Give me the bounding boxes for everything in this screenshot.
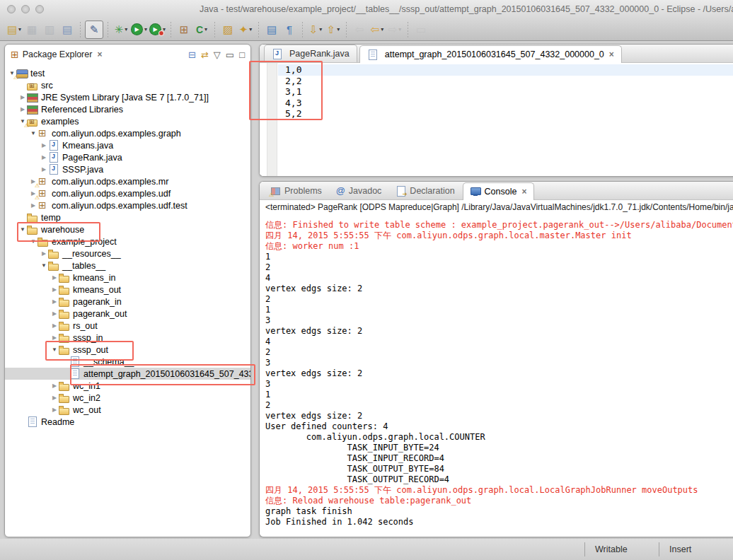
show-whitespace-button[interactable]: ¶ <box>281 21 298 38</box>
collapse-arrow-icon[interactable]: ▼ <box>50 346 59 353</box>
console-view-tab-javadoc[interactable]: @Javadoc <box>330 182 388 199</box>
forward-button[interactable]: ⇨▾ <box>386 21 403 38</box>
run-external-tools-button[interactable]: ▶▾ <box>149 21 166 38</box>
close-view-icon[interactable]: × <box>97 49 102 59</box>
tree-item-pagerank-java[interactable]: ▶PageRank.java <box>5 151 250 163</box>
tree-item-pagerank-out[interactable]: ▶pagerank_out <box>5 308 250 320</box>
tree-item-sssp-out[interactable]: ▼sssp_out <box>5 344 250 356</box>
expand-arrow-icon[interactable]: ▶ <box>18 94 27 100</box>
tree-item-wc-out[interactable]: ▶wc_out <box>5 404 250 416</box>
expand-arrow-icon[interactable]: ▶ <box>18 106 27 112</box>
tree-item-test[interactable]: ▼⚠test <box>5 67 250 79</box>
dropdown-arrow-icon[interactable]: ▾ <box>144 26 147 33</box>
view-menu-icon[interactable]: ▽ <box>214 50 221 59</box>
expand-arrow-icon[interactable]: ▶ <box>50 383 59 389</box>
expand-arrow-icon[interactable]: ▶ <box>50 395 59 401</box>
dropdown-arrow-icon[interactable]: ▾ <box>204 26 207 33</box>
tree-item-readme[interactable]: Readme <box>5 416 250 428</box>
new-wizard-button[interactable]: ▤▾ <box>6 21 23 38</box>
dropdown-arrow-icon[interactable]: ▾ <box>163 26 166 33</box>
expand-arrow-icon[interactable]: ▶ <box>40 154 48 161</box>
minimize-window-button[interactable] <box>21 5 30 13</box>
tree-item-com-aliyun-odps-examples-mr[interactable]: ▶⚠com.aliyun.odps.examples.mr <box>5 175 250 187</box>
open-resource-button[interactable]: ▨ <box>219 21 236 38</box>
tree-item-jre-system-library-java-se-7-1-7[interactable]: ▶JRE System Library [Java SE 7 [1.7.0_71… <box>5 91 250 103</box>
tree-item-sssp-java[interactable]: ▶SSSP.java <box>5 163 250 175</box>
tree-item-tables[interactable]: ▼__tables__ <box>5 259 250 272</box>
tree-item-kmeans-in[interactable]: ▶kmeans_in <box>5 272 250 284</box>
expand-arrow-icon[interactable]: ▶ <box>50 310 59 317</box>
editor-tab-attempt-graph-20150106031645-507[interactable]: attempt_graph_20150106031645_507_4332_00… <box>359 45 622 63</box>
tree-item-example-project[interactable]: ▼example_project <box>5 235 250 247</box>
tree-item-wc-in1[interactable]: ▶wc_in1 <box>5 380 250 392</box>
expand-arrow-icon[interactable]: ▶ <box>50 322 59 329</box>
tree-item-kmeans-out[interactable]: ▶kmeans_out <box>5 284 250 296</box>
close-window-button[interactable] <box>7 5 16 13</box>
maximize-window-button[interactable] <box>35 5 44 13</box>
show-source-button[interactable]: ▤ <box>263 21 280 38</box>
expand-arrow-icon[interactable]: ▶ <box>40 166 48 173</box>
dropdown-arrow-icon[interactable]: ▾ <box>18 26 21 33</box>
last-edit-location-button[interactable]: ⇦ <box>351 21 368 38</box>
collapse-arrow-icon[interactable]: ▼ <box>29 130 37 136</box>
back-button[interactable]: ⇦▾ <box>369 21 386 38</box>
tree-item-kmeans-java[interactable]: ▶Kmeans.java <box>5 139 250 151</box>
print-button[interactable]: ▤ <box>59 21 76 38</box>
expand-arrow-icon[interactable]: ▶ <box>40 142 48 148</box>
editor-text-area[interactable]: 1,02,23,14,35,2 <box>260 63 733 176</box>
run-button[interactable]: ▶▾ <box>130 21 148 38</box>
console-output[interactable]: 信息: Finished to write table scheme : exa… <box>260 214 733 537</box>
tree-item-com-aliyun-odps-examples-udf-tes[interactable]: ▶com.aliyun.odps.examples.udf.test <box>5 199 250 211</box>
tree-item-pagerank-in[interactable]: ▶pagerank_in <box>5 296 250 308</box>
tree-item-rs-out[interactable]: ▶rs_out <box>5 320 250 332</box>
expand-arrow-icon[interactable]: ▶ <box>50 407 59 413</box>
dropdown-arrow-icon[interactable]: ▾ <box>381 26 383 33</box>
minimize-icon[interactable]: ▭ <box>226 50 234 59</box>
tree-item-warehouse[interactable]: ▼warehouse <box>5 223 250 235</box>
toggle-mark-occurrences-button[interactable]: ✎ <box>85 21 103 39</box>
console-view-tab-declaration[interactable]: Declaration <box>389 182 461 199</box>
tree-item-temp[interactable]: temp <box>5 211 250 223</box>
save-all-button[interactable]: ▥ <box>41 21 58 38</box>
link-with-editor-icon[interactable]: ⇄ <box>201 50 209 59</box>
dropdown-arrow-icon[interactable]: ▾ <box>249 26 252 33</box>
tree-item-com-aliyun-odps-examples-graph[interactable]: ▼com.aliyun.odps.examples.graph <box>5 127 250 139</box>
search-button[interactable]: ✦▾ <box>237 21 254 38</box>
save-button[interactable]: ▦ <box>23 21 40 38</box>
collapse-arrow-icon[interactable]: ▼ <box>40 262 48 269</box>
editor-tab-pagerank-java[interactable]: PageRank.java <box>264 45 357 62</box>
collapse-arrow-icon[interactable]: ▼ <box>29 238 37 245</box>
tree-item-sssp-in[interactable]: ▶sssp_in <box>5 332 250 344</box>
expand-arrow-icon[interactable]: ▶ <box>50 334 59 341</box>
tree-item-attempt-graph-20150106031645-507[interactable]: attempt_graph_20150106031645_507_433 <box>5 368 250 380</box>
previous-annotation-button[interactable]: ⇧▾ <box>325 21 342 38</box>
collapse-arrow-icon[interactable]: ▼ <box>18 226 27 233</box>
next-annotation-button[interactable]: ⇩▾ <box>307 21 324 38</box>
dropdown-arrow-icon[interactable]: ▾ <box>398 26 401 33</box>
debug-button[interactable]: ✳▾ <box>112 21 129 38</box>
expand-arrow-icon[interactable]: ▶ <box>40 250 48 257</box>
close-tab-icon[interactable]: × <box>521 187 526 197</box>
tree-item-schema[interactable]: __schema__ <box>5 356 250 368</box>
pin-editor-button[interactable]: ▭ <box>412 21 429 38</box>
tree-item-wc-in2[interactable]: ▶wc_in2 <box>5 392 250 404</box>
expand-arrow-icon[interactable]: ▶ <box>29 202 37 209</box>
tree-item-examples[interactable]: ▼⚠examples <box>5 115 250 127</box>
expand-arrow-icon[interactable]: ▶ <box>50 274 59 281</box>
tree-item-src[interactable]: src <box>5 79 250 91</box>
dropdown-arrow-icon[interactable]: ▾ <box>319 26 322 33</box>
tree-item-referenced-libraries[interactable]: ▶Referenced Libraries <box>5 103 250 115</box>
close-tab-icon[interactable]: × <box>609 49 614 59</box>
console-view-tab-problems[interactable]: Problems <box>264 182 328 199</box>
new-java-project-button[interactable]: ⊞ <box>175 21 192 38</box>
maximize-icon[interactable]: □ <box>239 50 245 59</box>
new-java-class-button[interactable]: C▾ <box>193 21 210 38</box>
tree-item-resources[interactable]: ▶__resources__ <box>5 247 250 259</box>
collapse-all-icon[interactable]: ⊟ <box>188 50 196 59</box>
expand-arrow-icon[interactable]: ▶ <box>50 298 59 305</box>
dropdown-arrow-icon[interactable]: ▾ <box>337 26 340 33</box>
dropdown-arrow-icon[interactable]: ▾ <box>125 26 127 33</box>
console-view-tab-console[interactable]: Console× <box>463 182 535 200</box>
tree-item-com-aliyun-odps-examples-udf[interactable]: ▶⚠com.aliyun.odps.examples.udf <box>5 187 250 199</box>
expand-arrow-icon[interactable]: ▶ <box>50 286 59 293</box>
